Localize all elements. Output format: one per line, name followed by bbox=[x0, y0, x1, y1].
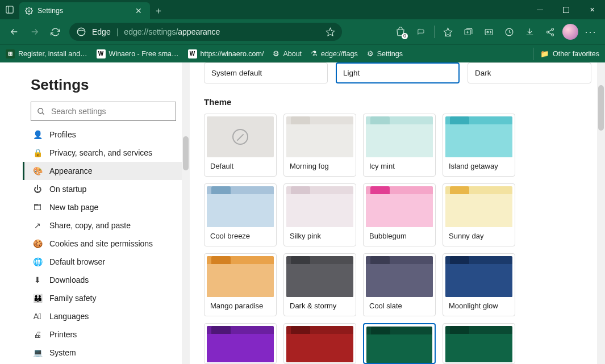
theme-card-unnamed[interactable] bbox=[363, 323, 436, 364]
edge-logo-icon bbox=[76, 27, 86, 37]
new-tab-button[interactable]: ＋ bbox=[150, 2, 167, 19]
theme-card-sunny-day[interactable]: Sunny day bbox=[443, 183, 515, 246]
scrollbar-thumb[interactable] bbox=[183, 136, 189, 170]
theme-card-bubblegum[interactable]: Bubblegum bbox=[363, 183, 436, 246]
theme-card-morning-fog[interactable]: Morning fog bbox=[283, 114, 356, 177]
sidebar-item-on-startup[interactable]: ⏻On startup bbox=[23, 180, 190, 198]
theme-swatch bbox=[207, 186, 274, 227]
theme-card-silky-pink[interactable]: Silky pink bbox=[283, 183, 356, 246]
bookmark-item[interactable]: ⚙About bbox=[273, 49, 302, 58]
nav-label: System bbox=[49, 348, 76, 357]
mode-card-dark[interactable]: Dark bbox=[468, 62, 591, 83]
nav-label: Appearance bbox=[49, 166, 93, 175]
sidebar-item-printers[interactable]: 🖨Printers bbox=[23, 325, 190, 344]
history-icon[interactable] bbox=[499, 22, 519, 41]
bookmark-label: Other favorites bbox=[553, 50, 599, 58]
sidebar-item-downloads[interactable]: ⬇Downloads bbox=[23, 271, 190, 289]
back-button[interactable] bbox=[5, 22, 24, 41]
theme-card-island-getaway[interactable]: Island getaway bbox=[443, 114, 515, 177]
settings-nav: 👤Profiles🔒Privacy, search, and services🎨… bbox=[0, 125, 190, 362]
sidebar-item-default-browser[interactable]: 🌐Default browser bbox=[23, 253, 190, 271]
nav-icon: 🔒 bbox=[32, 148, 43, 157]
nav-icon: ↗ bbox=[32, 221, 43, 230]
maximize-button[interactable] bbox=[553, 0, 579, 19]
screenshot-icon[interactable] bbox=[479, 22, 498, 41]
mode-row: System defaultLightDark bbox=[204, 62, 591, 83]
window-controls: ✕ bbox=[527, 0, 605, 19]
theme-card-default[interactable]: Default bbox=[204, 114, 277, 177]
bookmark-item[interactable]: ⊞Register, install and… bbox=[6, 49, 87, 58]
sidebar-item-cookies-and-site-permissions[interactable]: 🍪Cookies and site permissions bbox=[23, 235, 190, 253]
sidebar-item-family-safety[interactable]: 👪Family safety bbox=[23, 289, 190, 307]
sidebar-item-languages[interactable]: A゙Languages bbox=[23, 307, 190, 325]
mode-card-light[interactable]: Light bbox=[336, 62, 460, 83]
forward-button[interactable] bbox=[25, 22, 44, 41]
profile-avatar[interactable] bbox=[561, 22, 580, 41]
theme-card-unnamed[interactable] bbox=[283, 323, 356, 364]
theme-card-moonlight-glow[interactable]: Moonlight glow bbox=[443, 253, 515, 316]
browser-toolbar: Edge | edge://settings/appearance 0 ··· bbox=[0, 19, 605, 44]
flask-icon: ⚗ bbox=[311, 49, 318, 58]
theme-card-cool-breeze[interactable]: Cool breeze bbox=[204, 183, 277, 246]
sidebar-item-new-tab-page[interactable]: 🗔New tab page bbox=[23, 198, 190, 216]
nav-label: Cookies and site permissions bbox=[49, 239, 153, 248]
theme-card-unnamed[interactable] bbox=[443, 323, 515, 364]
mode-card-system-default[interactable]: System default bbox=[204, 62, 328, 83]
scrollbar[interactable] bbox=[182, 62, 190, 364]
bookmark-item[interactable]: ⚙Settings bbox=[367, 49, 403, 58]
bookmark-item[interactable]: Whttps://winaero.com/ bbox=[188, 49, 264, 58]
close-tab-icon[interactable]: ✕ bbox=[133, 6, 144, 15]
address-bar[interactable]: Edge | edge://settings/appearance bbox=[69, 23, 342, 41]
refresh-button[interactable] bbox=[45, 22, 65, 41]
extensions-shopping-icon[interactable]: 0 bbox=[391, 22, 410, 41]
other-favorites[interactable]: 📁Other favorites bbox=[540, 49, 599, 58]
nav-icon: 🍪 bbox=[32, 239, 43, 248]
nav-icon: 🖨 bbox=[32, 330, 43, 339]
separator bbox=[533, 48, 533, 60]
theme-card-mango-paradise[interactable]: Mango paradise bbox=[204, 253, 277, 316]
scrollbar-thumb[interactable] bbox=[598, 85, 604, 131]
bookmark-label: edge://flags bbox=[321, 50, 358, 58]
theme-label: Sunny day bbox=[443, 227, 515, 246]
bookmark-item[interactable]: WWinaero - Free sma… bbox=[97, 49, 179, 58]
nav-label: Profiles bbox=[49, 130, 76, 139]
extensions-icon[interactable] bbox=[411, 22, 431, 41]
favorites-icon[interactable] bbox=[438, 22, 457, 41]
nav-label: On startup bbox=[49, 185, 86, 194]
svg-line-21 bbox=[42, 112, 44, 114]
favorite-star-icon[interactable] bbox=[326, 27, 335, 37]
theme-card-unnamed[interactable] bbox=[204, 323, 277, 364]
sidebar-item-system[interactable]: 💻System bbox=[23, 344, 190, 362]
scrollbar[interactable] bbox=[597, 62, 605, 364]
share-icon[interactable] bbox=[540, 22, 560, 41]
collections-icon[interactable] bbox=[458, 22, 478, 41]
sidebar-item-share-copy-and-paste[interactable]: ↗Share, copy, and paste bbox=[23, 216, 190, 235]
tab-title: Settings bbox=[37, 7, 63, 15]
theme-card-dark-stormy[interactable]: Dark & stormy bbox=[283, 253, 356, 316]
theme-grid: DefaultMorning fogIcy mintIsland getaway… bbox=[204, 114, 591, 364]
browser-tab[interactable]: Settings ✕ bbox=[19, 2, 150, 19]
theme-card-cool-slate[interactable]: Cool slate bbox=[363, 253, 436, 316]
sidebar-item-profiles[interactable]: 👤Profiles bbox=[23, 125, 190, 144]
tab-actions-icon[interactable] bbox=[3, 3, 16, 16]
theme-label: Morning fog bbox=[284, 157, 356, 176]
theme-swatch bbox=[286, 256, 353, 297]
page-title: Settings bbox=[0, 76, 190, 102]
minimize-button[interactable] bbox=[527, 0, 553, 19]
theme-label: Icy mint bbox=[364, 157, 435, 176]
downloads-icon[interactable] bbox=[520, 22, 539, 41]
more-menu-icon[interactable]: ··· bbox=[581, 22, 600, 41]
url-prefix: edge://settings/ bbox=[124, 27, 178, 36]
theme-card-icy-mint[interactable]: Icy mint bbox=[363, 114, 436, 177]
prohibit-icon bbox=[232, 129, 248, 145]
theme-swatch bbox=[207, 256, 274, 297]
bookmark-item[interactable]: ⚗edge://flags bbox=[311, 49, 358, 58]
gear-icon: ⚙ bbox=[273, 49, 279, 58]
nav-icon: A゙ bbox=[32, 312, 43, 321]
sidebar-item-appearance[interactable]: 🎨Appearance bbox=[23, 162, 190, 180]
search-input[interactable]: Search settings bbox=[31, 102, 176, 121]
bookmark-label: About bbox=[283, 50, 302, 58]
theme-label: Bubblegum bbox=[364, 227, 435, 246]
close-window-button[interactable]: ✕ bbox=[579, 0, 605, 19]
sidebar-item-privacy-search-and-services[interactable]: 🔒Privacy, search, and services bbox=[23, 144, 190, 162]
